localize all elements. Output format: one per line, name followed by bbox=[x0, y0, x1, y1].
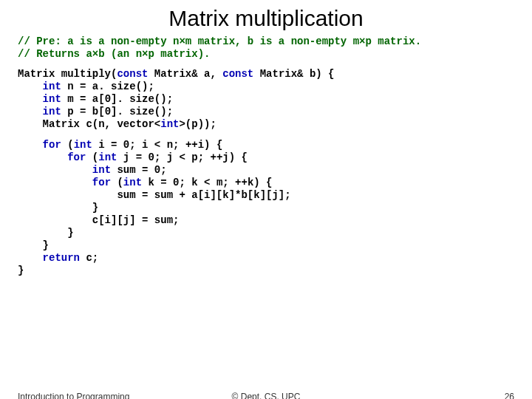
keyword-int: int bbox=[43, 93, 61, 105]
keyword-const: const bbox=[117, 68, 148, 80]
keyword-int: int bbox=[160, 118, 179, 130]
keyword-int: int bbox=[43, 106, 61, 117]
code-text: Matrix multiply( bbox=[18, 68, 117, 80]
code-text: Matrix& a, bbox=[148, 68, 222, 80]
code-text: c; bbox=[80, 252, 98, 264]
keyword-int: int bbox=[74, 139, 92, 151]
code-text: } bbox=[18, 202, 98, 214]
code-text bbox=[18, 81, 43, 92]
code-block: for (int i = 0; i < n; ++i) { for (int j… bbox=[18, 139, 514, 278]
code-text: } bbox=[18, 239, 49, 251]
code-text bbox=[18, 177, 92, 188]
keyword-int: int bbox=[92, 164, 111, 176]
code-text bbox=[18, 93, 43, 105]
code-text: c[i][j] = sum; bbox=[18, 214, 179, 226]
code-text: ( bbox=[61, 139, 74, 151]
code-block: Matrix multiply(const Matrix& a, const M… bbox=[18, 68, 514, 131]
code-text: n = a. size(); bbox=[61, 81, 154, 92]
code-text: j = 0; j < p; ++j) { bbox=[117, 151, 247, 163]
keyword-int: int bbox=[98, 151, 117, 163]
keyword-int: int bbox=[43, 81, 61, 92]
code-text: i = 0; i < n; ++i) { bbox=[92, 139, 222, 151]
code-text: ( bbox=[86, 151, 98, 163]
keyword-for: for bbox=[92, 177, 111, 188]
code-text: sum = 0; bbox=[111, 164, 167, 176]
slide-body: // Pre: a is a non-empty n×m matrix, b i… bbox=[0, 35, 532, 277]
comment-line: // Pre: a is a non-empty n×m matrix, b i… bbox=[18, 35, 421, 47]
keyword-int: int bbox=[123, 177, 142, 188]
code-text: k = 0; k < m; ++k) { bbox=[142, 177, 272, 188]
keyword-for: for bbox=[43, 139, 61, 151]
code-text bbox=[18, 164, 92, 176]
code-text bbox=[18, 151, 67, 163]
code-text: } bbox=[18, 265, 24, 276]
keyword-for: for bbox=[67, 151, 86, 163]
comment-line: // Returns a×b (an n×p matrix). bbox=[18, 48, 210, 60]
code-text: Matrix c(n, vector< bbox=[18, 118, 160, 130]
code-text: p = b[0]. size(); bbox=[61, 106, 173, 117]
code-text: ( bbox=[111, 177, 123, 188]
keyword-const: const bbox=[222, 68, 253, 80]
code-text bbox=[18, 139, 43, 151]
code-text: sum = sum + a[i][k]*b[k][j]; bbox=[18, 189, 291, 201]
code-text: >(p)); bbox=[179, 118, 216, 130]
code-text bbox=[18, 252, 43, 264]
code-text bbox=[18, 106, 43, 117]
code-text: m = a[0]. size(); bbox=[61, 93, 173, 105]
slide-title: Matrix multiplication bbox=[0, 0, 532, 35]
code-text: Matrix& b) { bbox=[253, 68, 334, 80]
keyword-return: return bbox=[43, 252, 80, 264]
code-block: // Pre: a is a non-empty n×m matrix, b i… bbox=[18, 35, 514, 61]
page-number: 26 bbox=[505, 392, 514, 399]
code-text: } bbox=[18, 227, 74, 239]
footer-center: © Dept. CS, UPC bbox=[0, 392, 532, 399]
